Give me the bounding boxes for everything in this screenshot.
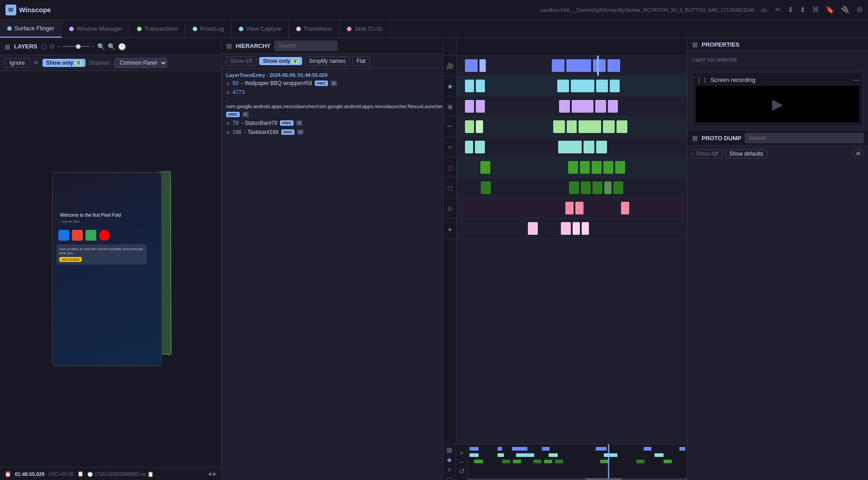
mini-block: [600, 460, 608, 463]
timeline-icon-sq1[interactable]: ▢: [443, 157, 456, 178]
item-number: 166: [232, 129, 242, 135]
copy-time-icon[interactable]: 📋: [77, 471, 84, 477]
block: [595, 100, 606, 113]
block: [579, 120, 601, 133]
hierarchy-list: LayerTraceEntry - 2024-05-09, 01:48:55.0…: [222, 69, 443, 480]
timeline-icon-rect[interactable]: ▣: [443, 96, 456, 117]
block: [481, 181, 491, 194]
block: [617, 120, 627, 133]
dots-icon: ⋮⋮: [696, 76, 708, 83]
nav-left-icon[interactable]: ◀: [208, 471, 211, 477]
bookmark-icon[interactable]: 🔖: [825, 5, 835, 14]
timeline-icon-lines[interactable]: ≡: [443, 137, 456, 157]
simplify-names-button[interactable]: Simplify names: [305, 57, 350, 66]
copy-ns-icon[interactable]: 📋: [147, 471, 154, 477]
cube-icon[interactable]: ⬡: [41, 43, 47, 50]
flat-button[interactable]: Flat: [352, 57, 370, 66]
timeline-icon-triangle[interactable]: ▲: [443, 219, 456, 239]
screen-recording-title-row: ⋮⋮ Screen recording: [696, 76, 755, 83]
hierarchy-search[interactable]: [274, 41, 337, 51]
tabbar: Surface Flinger Window Manager Transacti…: [0, 20, 868, 38]
timeline-row-7: [457, 178, 687, 198]
reset-icon[interactable]: ↺: [49, 43, 55, 50]
timeline-icon-layer[interactable]: ◈: [443, 76, 456, 96]
tab-transactions[interactable]: Transactions: [130, 20, 185, 38]
proto-show-defaults-button[interactable]: Show defaults: [725, 149, 767, 158]
zoom-out-icon[interactable]: 🔍: [108, 43, 115, 50]
share-icon[interactable]: ⬆: [800, 5, 806, 14]
plugin-icon[interactable]: 🔌: [841, 5, 850, 14]
tab-label-window-manager: Window Manager: [76, 25, 122, 32]
download-icon[interactable]: ⬇: [787, 5, 793, 14]
mini-block: [512, 447, 527, 451]
block: [613, 181, 623, 194]
tab-label-transitions: Transitions: [304, 25, 332, 32]
bottom-timeline-content[interactable]: [468, 444, 687, 480]
minimize-screen-recording[interactable]: —: [853, 76, 859, 83]
ns-icon: 🕐: [87, 472, 93, 477]
proto-dump-title: PROTO DUMP: [702, 135, 741, 142]
displays-select[interactable]: Common PanelAll Displays: [114, 58, 167, 68]
block: [475, 141, 485, 153]
filter-icon-3[interactable]: ≡: [444, 466, 455, 473]
timeline-icon-wave[interactable]: 〜: [443, 117, 456, 137]
tab-dot-window-manager: [69, 27, 74, 31]
layers-panel-header: ▦ LAYERS ⬡ ↺ ─ ─ 🔍 🔍 🕐: [0, 38, 221, 55]
filter-icon-4[interactable]: ▢: [444, 476, 455, 480]
list-item[interactable]: ⊕ 59 - Wallpaper BBQ wrapper#59 HWC V: [222, 79, 443, 88]
layers-title: LAYERS: [14, 43, 38, 50]
nav-right-icon[interactable]: ▶: [213, 471, 217, 477]
list-item[interactable]: ⊕ 78 - StatusBar#78 HWC V: [222, 119, 443, 128]
properties-grid-icon: ▦: [692, 41, 698, 48]
tab-window-manager[interactable]: Window Manager: [62, 20, 130, 38]
timeline-row-8: [457, 198, 687, 219]
filter-icon-1[interactable]: ▦: [444, 446, 455, 453]
block: [480, 161, 490, 174]
mini-block: [555, 460, 563, 463]
list-item[interactable]: ⊕ 4773 - com.google.android.apps.nexusla…: [222, 88, 443, 119]
timeline-icon-video[interactable]: 🎥: [443, 56, 456, 76]
block: [566, 59, 591, 72]
show-only-badge: V: [75, 61, 82, 66]
tab-proto-log[interactable]: ProtoLog: [185, 20, 232, 38]
tab-surface-flinger[interactable]: Surface Flinger: [0, 20, 62, 38]
join-location-btn[interactable]: Join location: [59, 257, 82, 262]
tab-transitions[interactable]: Transitions: [289, 20, 340, 38]
history-icon[interactable]: 🕐: [118, 43, 126, 50]
timeline-top: [443, 38, 687, 56]
timeline-rows-area: 🎥 ◈ ▣ 〜 ≡ ▢ ▢ ◎ ▲: [443, 56, 687, 444]
command-icon[interactable]: ⌘: [812, 5, 819, 14]
filter-icon-2[interactable]: ◈: [444, 456, 455, 463]
timeline-row-4: [457, 117, 687, 137]
ignore-button[interactable]: Ignore: [5, 58, 30, 67]
block: [476, 80, 485, 92]
proto-expand-button[interactable]: ⟳: [854, 149, 863, 159]
filter-col-header: [443, 38, 457, 55]
timeline-icon-circle[interactable]: ◎: [443, 198, 456, 219]
hier-show-only-button[interactable]: Show only V: [259, 57, 302, 65]
block: [465, 80, 474, 92]
settings-icon[interactable]: ⚙: [856, 5, 863, 14]
timeline-blocks-scroll[interactable]: [457, 56, 687, 444]
tab-jank-cujs[interactable]: Jank CUJs: [340, 20, 390, 38]
zoom-slider[interactable]: ─ ─: [57, 44, 95, 49]
tab-view-capture[interactable]: View Capture: [232, 20, 289, 38]
block: [603, 120, 615, 133]
zoom-in-icon[interactable]: 🔍: [97, 43, 105, 50]
proto-search-input[interactable]: [745, 133, 863, 143]
edit-icon[interactable]: ✏: [775, 5, 781, 14]
zoom-out-button[interactable]: −: [460, 459, 464, 466]
screen-recording-header: ⋮⋮ Screen recording —: [696, 76, 859, 83]
timeline-icon-sq2[interactable]: ▢: [443, 178, 456, 198]
zoom-reset-button[interactable]: ↺: [459, 468, 465, 475]
show-diff-button[interactable]: Show diff: [226, 57, 256, 66]
bottom-cursor: [608, 444, 609, 480]
list-item[interactable]: ⊕ 166 - Taskbar#166 HWC V: [222, 128, 443, 137]
bottom-scrollbar[interactable]: [468, 478, 687, 480]
mini-block: [516, 453, 534, 457]
proto-show-diff-button[interactable]: Show diff: [692, 149, 722, 158]
zoom-in-button[interactable]: +: [460, 450, 464, 457]
proto-dump-header: ▦ PROTO DUMP: [688, 130, 868, 146]
screen-text: Welcome to the first Pixel Fold: [60, 213, 121, 218]
show-only-button[interactable]: Show only V: [43, 59, 85, 67]
